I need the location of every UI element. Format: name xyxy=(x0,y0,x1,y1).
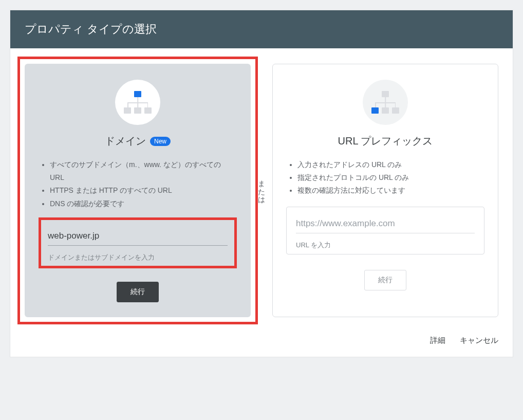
list-item: DNS の確認が必要です xyxy=(50,197,237,210)
url-input[interactable] xyxy=(296,214,475,233)
url-card-title: URL プレフィックス xyxy=(338,134,433,148)
url-input-area: URL を入力 xyxy=(286,207,484,254)
url-card-wrap: URL プレフィックス 入力されたアドレスの URL のみ 指定されたプロトコル… xyxy=(272,64,498,317)
domain-card-wrap: ドメイン New すべてのサブドメイン（m.、www. など）のすべての URL… xyxy=(25,64,251,317)
url-continue-button[interactable]: 続行 xyxy=(364,270,406,290)
separator-label: または xyxy=(258,175,265,200)
url-card-title-row: URL プレフィックス xyxy=(338,134,433,148)
domain-input-helper: ドメインまたはサブドメインを入力 xyxy=(48,253,228,262)
list-item: 複数の確認方法に対応しています xyxy=(297,184,484,197)
sitemap-icon xyxy=(124,91,152,114)
domain-bullets: すべてのサブドメイン（m.、www. など）のすべての URL HTTPS また… xyxy=(39,158,237,210)
domain-card-title-row: ドメイン New xyxy=(105,134,171,148)
domain-input[interactable] xyxy=(48,227,228,246)
domain-card-title: ドメイン xyxy=(105,134,146,148)
list-item: すべてのサブドメイン（m.、www. など）のすべての URL xyxy=(50,158,237,184)
url-bullets: 入力されたアドレスの URL のみ 指定されたプロトコルの URL のみ 複数の… xyxy=(286,158,484,197)
cancel-link[interactable]: キャンセル xyxy=(460,336,498,345)
sitemap-icon xyxy=(371,91,399,114)
domain-icon-circle xyxy=(115,80,160,125)
modal-header: プロパティ タイプの選択 xyxy=(10,10,513,48)
url-prefix-card[interactable]: URL プレフィックス 入力されたアドレスの URL のみ 指定されたプロトコル… xyxy=(272,64,498,317)
modal-title: プロパティ タイプの選択 xyxy=(25,23,157,35)
modal-content: ドメイン New すべてのサブドメイン（m.、www. など）のすべての URL… xyxy=(10,48,513,327)
list-item: 入力されたアドレスの URL のみ xyxy=(297,158,484,171)
domain-continue-button[interactable]: 続行 xyxy=(117,282,159,302)
detail-link[interactable]: 詳細 xyxy=(430,336,445,345)
modal-footer: 詳細 キャンセル xyxy=(10,327,513,357)
list-item: 指定されたプロトコルの URL のみ xyxy=(297,171,484,184)
domain-input-area: ドメインまたはサブドメインを入力 xyxy=(39,220,237,266)
new-badge: New xyxy=(150,137,171,146)
url-input-helper: URL を入力 xyxy=(296,241,475,250)
list-item: HTTPS または HTTP のすべての URL xyxy=(50,184,237,197)
domain-card[interactable]: ドメイン New すべてのサブドメイン（m.、www. など）のすべての URL… xyxy=(25,64,251,317)
property-type-modal: プロパティ タイプの選択 ドメイン New xyxy=(10,10,513,357)
url-icon-circle xyxy=(363,80,408,125)
